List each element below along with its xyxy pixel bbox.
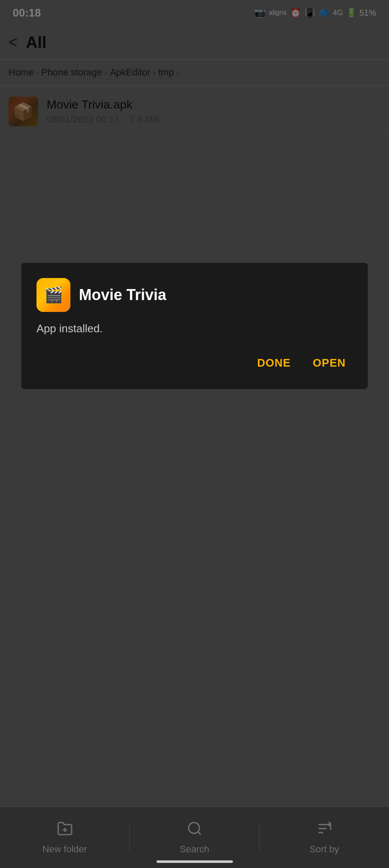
home-indicator xyxy=(157,860,233,863)
open-button[interactable]: OPEN xyxy=(306,352,353,374)
app-icon-inner: 🎬 xyxy=(36,278,70,312)
done-button[interactable]: DONE xyxy=(250,352,297,374)
dialog-actions: DONE OPEN xyxy=(36,352,353,374)
install-dialog: 🎬 Movie Trivia App installed. DONE OPEN xyxy=(21,263,368,389)
modal-overlay[interactable] xyxy=(0,0,389,868)
dialog-app-name: Movie Trivia xyxy=(79,286,166,304)
dialog-message: App installed. xyxy=(36,322,353,335)
dialog-app-icon: 🎬 xyxy=(36,278,70,312)
dialog-header: 🎬 Movie Trivia xyxy=(36,278,353,312)
